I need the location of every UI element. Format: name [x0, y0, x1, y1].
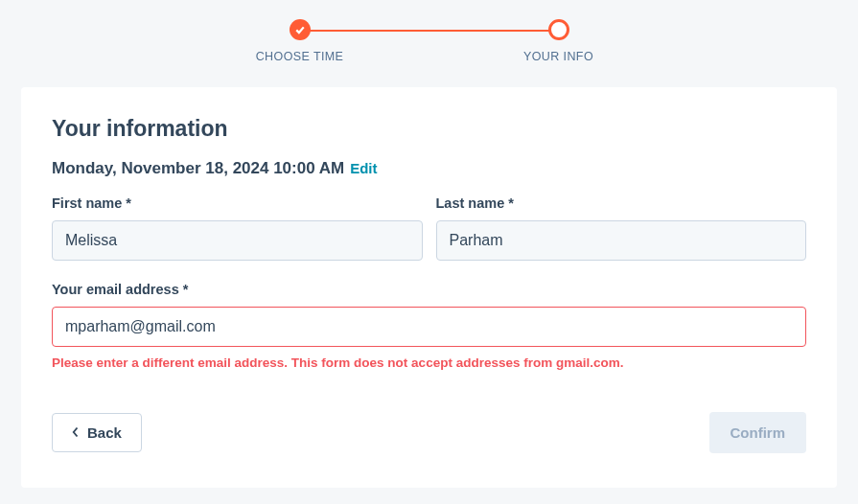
first-name-label: First name * [52, 195, 423, 211]
chevron-left-icon [72, 424, 80, 441]
last-name-field-group: Last name * [436, 195, 807, 261]
form-actions: Back Confirm [52, 412, 806, 453]
progress-stepper: CHOOSE TIME YOUR INFO [0, 0, 858, 87]
first-name-field-group: First name * [52, 195, 423, 261]
back-button-label: Back [87, 424, 122, 441]
email-input[interactable] [52, 307, 806, 347]
email-field-group: Your email address * Please enter a diff… [52, 282, 806, 370]
last-name-input[interactable] [436, 220, 807, 261]
back-button[interactable]: Back [52, 413, 142, 452]
circle-icon [548, 19, 569, 40]
last-name-label: Last name * [436, 195, 807, 211]
edit-link[interactable]: Edit [350, 160, 377, 176]
step-connector [305, 30, 554, 32]
step-label: CHOOSE TIME [256, 50, 344, 63]
first-name-input[interactable] [52, 220, 423, 261]
step-choose-time: CHOOSE TIME [171, 19, 429, 63]
confirm-button[interactable]: Confirm [709, 412, 807, 453]
check-icon [290, 19, 311, 40]
email-error-message: Please enter a different email address. … [52, 355, 806, 370]
appointment-datetime: Monday, November 18, 2024 10:00 AM [52, 159, 344, 178]
email-label: Your email address * [52, 282, 806, 297]
appointment-row: Monday, November 18, 2024 10:00 AM Edit [52, 159, 806, 178]
confirm-button-label: Confirm [730, 424, 786, 441]
step-your-info: YOUR INFO [429, 19, 688, 63]
form-card: Your information Monday, November 18, 20… [21, 87, 837, 488]
page-title: Your information [52, 116, 806, 142]
step-label: YOUR INFO [523, 50, 593, 63]
